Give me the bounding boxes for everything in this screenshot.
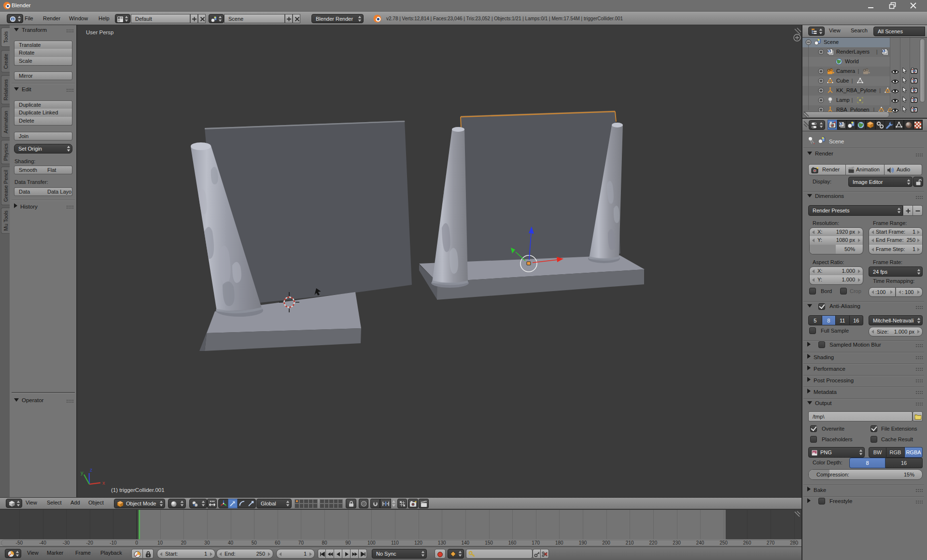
svg-text:x: x (102, 480, 105, 486)
svg-text:z: z (90, 467, 93, 473)
svg-text:(1) triggerCollider.001: (1) triggerCollider.001 (111, 487, 165, 493)
svg-text:User Persp: User Persp (86, 29, 114, 35)
svg-text:y: y (81, 470, 84, 476)
